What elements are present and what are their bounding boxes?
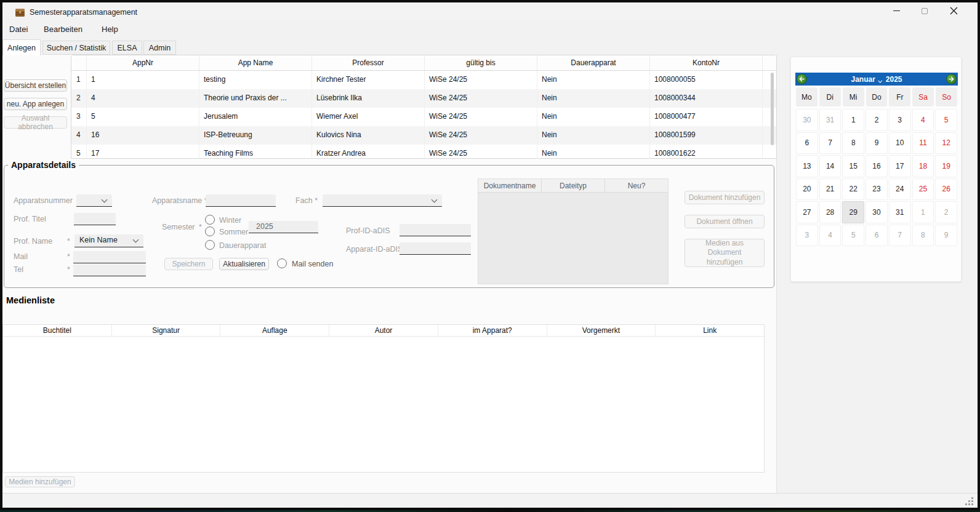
- table-row[interactable]: 35JerusalemWiemer AxelWiSe 24/25Nein1008…: [71, 108, 776, 126]
- table-row[interactable]: 416ISP-BetreuungKulovics NinaWiSe 24/25N…: [71, 126, 776, 145]
- media-column-header-link[interactable]: Link: [656, 325, 764, 336]
- calendar-day[interactable]: 8: [912, 225, 934, 247]
- speichern-button[interactable]: Speichern: [164, 258, 213, 270]
- column-header-dauerapparat[interactable]: Dauerapparat: [537, 55, 650, 70]
- calendar-day[interactable]: 19: [935, 155, 957, 177]
- calendar-title[interactable]: Januar 2025: [851, 75, 902, 84]
- calendar-day[interactable]: 12: [935, 132, 957, 154]
- menu-datei[interactable]: Datei: [6, 22, 31, 36]
- column-header-kontonr[interactable]: KontoNr: [650, 55, 763, 70]
- doc-column-header-neu-[interactable]: Neu?: [605, 179, 668, 192]
- calendar-day[interactable]: 9: [935, 225, 957, 247]
- calendar-day[interactable]: 3: [796, 225, 818, 247]
- calendar-day[interactable]: 10: [889, 132, 911, 154]
- calendar-day[interactable]: 15: [842, 155, 864, 177]
- resize-grip[interactable]: [965, 497, 974, 506]
- calendar-day[interactable]: 5: [935, 109, 957, 131]
- calendar-day[interactable]: 11: [912, 132, 934, 154]
- dokument-oeffnen-button[interactable]: Dokument öffnen: [685, 215, 765, 228]
- media-column-header-signatur[interactable]: Signatur: [112, 325, 221, 336]
- calendar-day[interactable]: 21: [819, 178, 841, 201]
- neu-app-anlegen-button[interactable]: neu. App anlegen: [4, 98, 67, 110]
- fach-combo[interactable]: [323, 194, 442, 207]
- calendar-day[interactable]: 8: [842, 132, 864, 154]
- calendar-day[interactable]: 4: [912, 109, 934, 131]
- aktualisieren-button[interactable]: Aktualisieren: [219, 258, 269, 270]
- apparatsname-field[interactable]: [206, 194, 276, 207]
- media-column-header-im-apparat-[interactable]: im Apparat?: [438, 325, 547, 336]
- column-header-app-name[interactable]: App Name: [199, 55, 312, 70]
- table-row[interactable]: 11testingKirchner TesterWiSe 24/25Nein10…: [71, 71, 776, 89]
- tab-elsa[interactable]: ELSA: [112, 41, 142, 55]
- calendar-prev-button[interactable]: [797, 74, 807, 84]
- maximize-button[interactable]: [910, 2, 939, 19]
- calendar-day[interactable]: 23: [866, 178, 888, 201]
- media-column-header-auflage[interactable]: Auflage: [220, 325, 329, 336]
- calendar-day[interactable]: 1: [912, 201, 934, 223]
- table-row[interactable]: 517Teaching FilmsKratzer AndreaWiSe 24/2…: [71, 145, 776, 159]
- calendar-day[interactable]: 9: [866, 132, 888, 154]
- column-header-professor[interactable]: Professor: [312, 55, 425, 70]
- calendar-day[interactable]: 13: [796, 155, 818, 177]
- calendar-day[interactable]: 24: [889, 178, 911, 201]
- calendar-day[interactable]: 30: [796, 109, 818, 131]
- calendar-day[interactable]: 6: [866, 225, 888, 247]
- tab-suchen-statistik[interactable]: Suchen / Statistik: [42, 41, 110, 55]
- calendar-day[interactable]: 5: [842, 225, 864, 247]
- calendar-day[interactable]: 6: [796, 132, 818, 154]
- calendar-day[interactable]: 17: [889, 155, 911, 177]
- calendar-day[interactable]: 7: [819, 132, 841, 154]
- winter-radio[interactable]: [205, 215, 215, 225]
- prof-name-combo[interactable]: Kein Name: [74, 234, 143, 247]
- media-column-header-buchtitel[interactable]: Buchtitel: [3, 325, 112, 336]
- calendar-day[interactable]: 2: [935, 201, 957, 223]
- prof-titel-field[interactable]: [74, 213, 116, 225]
- calendar-day[interactable]: 14: [819, 155, 841, 177]
- apparatsnummer-combo[interactable]: [76, 194, 112, 207]
- calendar-day[interactable]: 20: [796, 178, 818, 201]
- menu-bearbeiten[interactable]: Bearbeiten: [41, 22, 86, 36]
- menu-help[interactable]: Help: [98, 22, 121, 36]
- prof-id-adis-field[interactable]: [400, 224, 471, 236]
- calendar-day[interactable]: 31: [819, 109, 841, 131]
- minimize-button[interactable]: [882, 2, 910, 19]
- calendar-day[interactable]: 26: [935, 178, 957, 201]
- medien-aus-dokument-button[interactable]: Medien aus Dokument hinzufügen: [685, 239, 765, 267]
- dokument-hinzufuegen-button[interactable]: Dokument hinzufügen: [685, 191, 765, 204]
- calendar-day-today[interactable]: 29: [842, 201, 864, 223]
- tab-admin[interactable]: Admin: [143, 41, 176, 55]
- column-header-g-ltig-bis[interactable]: gültig bis: [425, 55, 537, 70]
- dauerapparat-radio[interactable]: [205, 240, 215, 250]
- mail-senden-radio[interactable]: [277, 258, 287, 268]
- calendar-day[interactable]: 2: [866, 109, 888, 131]
- doc-column-header-dateityp[interactable]: Dateityp: [542, 179, 605, 192]
- auswahl-abbrechen-button[interactable]: Auswahl abbrechen: [4, 116, 67, 129]
- medien-hinzufuegen-button[interactable]: Medien hinzufügen: [5, 476, 75, 487]
- semester-year-field[interactable]: 2025: [249, 221, 318, 233]
- media-column-header-vorgemerkt[interactable]: Vorgemerkt: [547, 325, 656, 336]
- apparat-id-adis-field[interactable]: [400, 242, 471, 255]
- uebersicht-erstellen-button[interactable]: Übersicht erstellen: [4, 79, 67, 92]
- apps-table-scrollbar[interactable]: [771, 73, 774, 145]
- doc-column-header-dokumentname[interactable]: Dokumentname: [478, 179, 542, 192]
- calendar-day[interactable]: 16: [866, 155, 888, 177]
- calendar-day[interactable]: 4: [819, 225, 841, 247]
- column-header-appnr[interactable]: AppNr: [87, 55, 199, 70]
- close-button[interactable]: [939, 2, 968, 19]
- tab-anlegen[interactable]: Anlegen: [2, 39, 41, 55]
- mail-field[interactable]: [73, 251, 146, 263]
- calendar-day[interactable]: 22: [842, 178, 864, 201]
- table-row[interactable]: 24Theorie und Praxis der ...Lüsebrink Il…: [71, 89, 776, 108]
- calendar-day[interactable]: 30: [866, 201, 888, 223]
- tel-field[interactable]: [73, 264, 146, 276]
- calendar-day[interactable]: 28: [819, 201, 841, 223]
- media-column-header-autor[interactable]: Autor: [329, 325, 438, 336]
- calendar-day[interactable]: 31: [889, 201, 911, 223]
- calendar-day[interactable]: 27: [796, 201, 818, 223]
- calendar-next-button[interactable]: [946, 74, 957, 84]
- sommer-radio[interactable]: [205, 226, 215, 236]
- calendar-day[interactable]: 7: [889, 225, 911, 247]
- calendar-day[interactable]: 3: [889, 109, 911, 131]
- calendar-day[interactable]: 18: [912, 155, 934, 177]
- calendar-day[interactable]: 1: [842, 109, 864, 131]
